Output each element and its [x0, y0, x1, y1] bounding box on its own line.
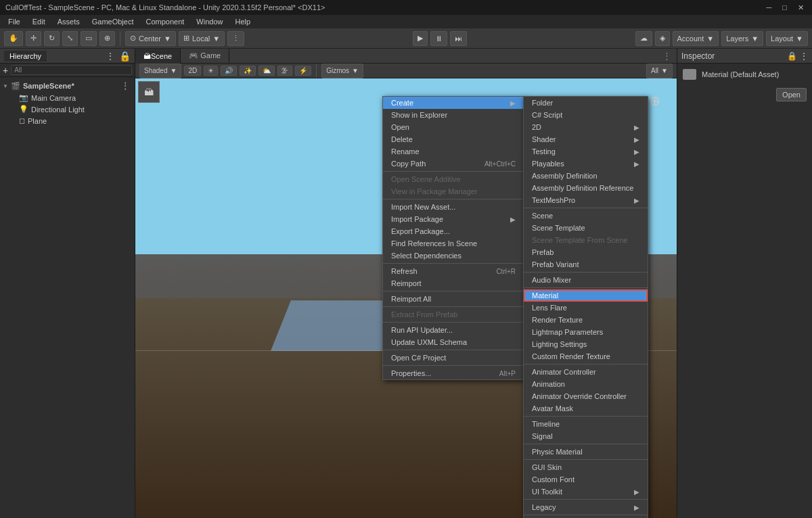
hierarchy-tab[interactable]: Hierarchy [4, 51, 47, 62]
ctx2-custom-font[interactable]: Custom Font [524, 473, 648, 486]
close-button[interactable]: ✕ [795, 3, 807, 12]
ctx2-2d[interactable]: 2D ▶ [524, 121, 648, 133]
fx-button[interactable]: ✨ [240, 66, 256, 76]
hand-tool-button[interactable]: ✋ [4, 31, 23, 46]
ctx2-avatar-mask[interactable]: Avatar Mask [524, 402, 648, 415]
ctx2-testing[interactable]: Testing ▶ [524, 145, 648, 158]
ctx2-csharp[interactable]: C# Script [524, 109, 648, 121]
scale-tool-button[interactable]: ⤡ [62, 31, 78, 46]
ctx-import-new[interactable]: Import New Asset... [383, 201, 524, 213]
menu-window[interactable]: Window [191, 16, 228, 27]
center-dropdown[interactable]: ⊙ Center ▼ [125, 31, 176, 46]
ctx-refresh[interactable]: Refresh Ctrl+R [383, 265, 524, 277]
hierarchy-item-samplescene[interactable]: ▼ 🎬 SampleScene* ⋮ [0, 80, 135, 92]
hierarchy-lock-icon[interactable]: 🔒 [119, 51, 131, 62]
ctx-run-api[interactable]: Run API Updater... [383, 324, 524, 336]
shading-mode-dropdown[interactable]: Shaded ▼ [139, 64, 181, 78]
ctx2-playables[interactable]: Playables ▶ [524, 158, 648, 170]
menu-gameobject[interactable]: GameObject [87, 16, 139, 27]
ctx2-lighting-settings[interactable]: Lighting Settings [524, 338, 648, 350]
local-dropdown[interactable]: ⊞ Local ▼ [179, 31, 225, 46]
step-button[interactable]: ⏭ [450, 31, 467, 46]
transform-tool-button[interactable]: ⊕ [99, 31, 115, 46]
mist-button[interactable]: 🌫 [277, 66, 292, 76]
ctx2-render-texture[interactable]: Render Texture [524, 314, 648, 326]
ctx2-textmeshpro[interactable]: TextMeshPro ▶ [524, 194, 648, 206]
ctx-find-refs[interactable]: Find References In Scene [383, 237, 524, 250]
ctx-open-csharp[interactable]: Open C# Project [383, 352, 524, 364]
ctx2-signal[interactable]: Signal [524, 430, 648, 442]
services-button[interactable]: ◈ [655, 31, 670, 46]
ctx-import-package[interactable]: Import Package ▶ [383, 213, 524, 225]
account-dropdown[interactable]: Account ▼ [673, 31, 719, 46]
ctx-update-uxml[interactable]: Update UXML Schema [383, 336, 524, 348]
ctx-copy-path[interactable]: Copy Path Alt+Ctrl+C [383, 158, 524, 170]
lighting-button[interactable]: ☀ [204, 66, 218, 76]
ctx-reimport[interactable]: Reimport [383, 277, 524, 289]
hierarchy-item-maincamera[interactable]: 📷 Main Camera [0, 92, 135, 103]
ctx-properties[interactable]: Properties... Alt+P [383, 367, 524, 379]
menu-edit[interactable]: Edit [27, 16, 51, 27]
ctx2-ui-toolkit[interactable]: UI Toolkit ▶ [524, 486, 648, 498]
menu-help[interactable]: Help [229, 16, 256, 27]
ctx2-audio-mixer[interactable]: Audio Mixer [524, 274, 648, 286]
menu-file[interactable]: File [3, 16, 26, 27]
ctx-show-explorer[interactable]: Show in Explorer [383, 109, 524, 121]
menu-assets[interactable]: Assets [52, 16, 85, 27]
ctx2-animator-override[interactable]: Animator Override Controller [524, 390, 648, 402]
ctx2-animation[interactable]: Animation [524, 378, 648, 390]
ctx2-lens-flare[interactable]: Lens Flare [524, 302, 648, 314]
layers-dropdown[interactable]: Layers ▼ [721, 31, 763, 46]
game-tab[interactable]: 🎮 Game [181, 49, 229, 64]
hierarchy-item-plane[interactable]: ◻ Plane [0, 115, 135, 126]
scene-menu-icon[interactable]: ⋮ [121, 81, 129, 91]
ctx2-physic-material[interactable]: Physic Material [524, 446, 648, 458]
ctx2-scene-template[interactable]: Scene Template [524, 222, 648, 234]
ctx2-material[interactable]: Material [524, 289, 648, 302]
ctx2-animator-controller[interactable]: Animator Controller [524, 366, 648, 378]
move-tool-button[interactable]: ✛ [26, 31, 41, 46]
hierarchy-menu-icon[interactable]: ⋮ [106, 51, 115, 62]
gizmos-dropdown[interactable]: Gizmos ▼ [321, 64, 363, 78]
pause-button[interactable]: ⏸ [430, 31, 447, 46]
rotate-tool-button[interactable]: ↻ [44, 31, 60, 46]
ctx2-prefab[interactable]: Prefab [524, 246, 648, 258]
ctx2-scene[interactable]: Scene [524, 210, 648, 222]
ctx-open[interactable]: Open [383, 121, 524, 133]
maximize-button[interactable]: □ [780, 3, 790, 12]
all-dropdown[interactable]: All ▼ [646, 64, 673, 78]
hierarchy-item-directionallight[interactable]: 💡 Directional Light [0, 103, 135, 115]
ctx-reimport-all[interactable]: Reimport All [383, 293, 524, 305]
ctx2-shader[interactable]: Shader ▶ [524, 133, 648, 145]
ctx-export-package[interactable]: Export Package... [383, 225, 524, 237]
ctx2-gui-skin[interactable]: GUI Skin [524, 461, 648, 473]
hierarchy-search[interactable]: All [11, 65, 132, 75]
ctx2-folder[interactable]: Folder [524, 97, 648, 109]
open-button[interactable]: Open [776, 88, 807, 101]
ctx-select-deps[interactable]: Select Dependencies [383, 250, 524, 262]
scene-panel-menu-icon[interactable]: ⋮ [662, 51, 671, 61]
ctx2-custom-render-texture[interactable]: Custom Render Texture [524, 350, 648, 362]
scene-tab[interactable]: 🏔 Scene [135, 49, 181, 64]
ctx2-prefab-variant[interactable]: Prefab Variant [524, 258, 648, 270]
rect-tool-button[interactable]: ▭ [81, 31, 97, 46]
ctx-create[interactable]: Create ▶ [383, 97, 524, 109]
play-button[interactable]: ▶ [413, 31, 428, 46]
anim-button[interactable]: ⚡ [295, 66, 311, 76]
audio-button[interactable]: 🔊 [221, 66, 237, 76]
snap-button[interactable]: ⋮ [227, 31, 244, 46]
ctx2-assembly-ref[interactable]: Assembly Definition Reference [524, 182, 648, 194]
minimize-button[interactable]: ─ [764, 3, 775, 12]
inspector-menu-icon[interactable]: ⋮ [800, 51, 808, 61]
layout-dropdown[interactable]: Layout ▼ [766, 31, 808, 46]
sky-button[interactable]: ⛅ [258, 66, 275, 76]
ctx-rename[interactable]: Rename [383, 145, 524, 158]
ctx2-timeline[interactable]: Timeline [524, 418, 648, 430]
ctx2-assembly-def[interactable]: Assembly Definition [524, 170, 648, 182]
collab-button[interactable]: ☁ [635, 31, 652, 46]
hierarchy-add-button[interactable]: + [3, 65, 8, 76]
2d-button[interactable]: 2D [184, 66, 201, 76]
ctx2-lightmap-params[interactable]: Lightmap Parameters [524, 326, 648, 338]
ctx2-legacy[interactable]: Legacy ▶ [524, 501, 648, 513]
ctx-delete[interactable]: Delete [383, 133, 524, 145]
